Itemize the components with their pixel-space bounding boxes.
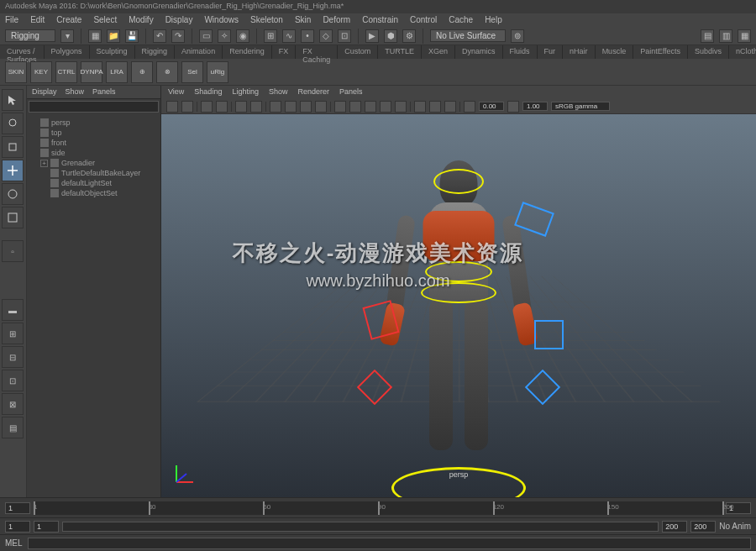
outliner-item-top[interactable]: top — [30, 128, 157, 138]
shelf-tab-fx[interactable]: FX — [272, 45, 297, 59]
menu-display[interactable]: Display — [165, 15, 193, 25]
layout-four-icon[interactable]: ⊞ — [2, 323, 24, 344]
shelf-item-⊕[interactable]: ⊕ — [131, 61, 153, 83]
shelf-tab-sculpting[interactable]: Sculpting — [90, 45, 135, 59]
menu-edit[interactable]: Edit — [30, 15, 45, 25]
shelf-tab-painteffects[interactable]: PaintEffects — [633, 45, 688, 59]
layout-outliner-icon[interactable]: ▤ — [2, 417, 24, 438]
vp-lights-icon[interactable] — [380, 101, 391, 113]
vp-grid-icon[interactable] — [270, 101, 281, 113]
paint-tool[interactable] — [2, 136, 24, 158]
menu-modify[interactable]: Modify — [129, 15, 153, 25]
shelf-tab-fxcaching[interactable]: FX Caching — [296, 45, 338, 59]
menu-skeleton[interactable]: Skeleton — [250, 15, 283, 25]
menu-create[interactable]: Create — [56, 15, 81, 25]
menu-deform[interactable]: Deform — [323, 15, 350, 25]
vp-menu-show[interactable]: Show — [269, 87, 288, 97]
command-input[interactable] — [28, 538, 751, 549]
shelf-item-lra[interactable]: LRA — [106, 61, 128, 83]
vp-resolution-gate-icon[interactable] — [300, 101, 312, 113]
vp-xray-icon[interactable] — [429, 101, 441, 113]
menu-control[interactable]: Control — [410, 15, 437, 25]
menu-constrain[interactable]: Constrain — [362, 15, 398, 25]
outliner-item-turtledefaultbakelayer[interactable]: TurtleDefaultBakeLayer — [30, 168, 157, 178]
layout-three-icon[interactable]: ⊠ — [2, 393, 24, 415]
range-start-outer[interactable]: 1 — [5, 521, 30, 533]
undo-icon[interactable]: ↶ — [153, 29, 166, 43]
vp-menu-view[interactable]: View — [168, 87, 184, 97]
snap-curve-icon[interactable]: ∿ — [282, 29, 296, 43]
outliner-item-persp[interactable]: persp — [30, 118, 157, 128]
outliner-item-defaultlightset[interactable]: defaultLightSet — [30, 178, 157, 188]
vp-2d-zoom-icon[interactable] — [235, 101, 247, 113]
vp-menu-panels[interactable]: Panels — [339, 87, 363, 97]
snap-surface-icon[interactable]: ⊡ — [338, 29, 351, 43]
shelf-tab-nhair[interactable]: nHair — [563, 45, 596, 59]
layout-single-icon[interactable]: ▬ — [2, 299, 24, 321]
cmd-lang-label[interactable]: MEL — [5, 538, 23, 548]
gamma-value[interactable]: 1.00 — [522, 102, 548, 111]
menu-file[interactable]: File — [5, 15, 18, 25]
save-scene-icon[interactable]: 💾 — [125, 29, 139, 43]
menu-windows[interactable]: Windows — [204, 15, 239, 25]
vp-xray-joints-icon[interactable] — [444, 101, 456, 113]
exposure-value[interactable]: 0.00 — [479, 102, 504, 111]
shelf-tab-subdivs[interactable]: Subdivs — [688, 45, 729, 59]
snap-grid-icon[interactable]: ⊞ — [264, 29, 277, 43]
vp-grease-icon[interactable] — [250, 101, 262, 113]
outliner-item-grenadier[interactable]: +Grenadier — [30, 158, 157, 168]
layout-two-v-icon[interactable]: ⊡ — [2, 370, 24, 391]
vp-exposure-icon[interactable] — [464, 101, 475, 113]
shelf-tab-fluids[interactable]: Fluids — [503, 45, 538, 59]
lasso-tool[interactable] — [2, 113, 24, 134]
shelf-item-urig[interactable]: uRig — [207, 61, 228, 83]
shelf-tab-turtle[interactable]: TURTLE — [378, 45, 422, 59]
scale-tool[interactable] — [2, 207, 24, 228]
menu-select[interactable]: Select — [93, 15, 117, 25]
shelf-tab-polygons[interactable]: Polygons — [45, 45, 90, 59]
vp-gate-mask-icon[interactable] — [315, 101, 327, 113]
menu-cache[interactable]: Cache — [449, 15, 473, 25]
vp-bookmark-icon[interactable] — [201, 101, 213, 113]
shelf-item-dynpa[interactable]: DYNPA — [81, 61, 102, 83]
time-slider[interactable]: 1 1306090120150200 1 — [0, 497, 756, 517]
module-selector[interactable]: Rigging — [5, 29, 55, 42]
render-icon[interactable]: ⬢ — [384, 29, 397, 43]
last-tool[interactable]: ▫ — [2, 240, 24, 262]
shelf-tab-curvessurfaces[interactable]: Curves / Surfaces — [0, 45, 45, 59]
outliner-menu-display[interactable]: Display — [32, 87, 57, 97]
colorspace-dropdown[interactable]: sRGB gamma — [551, 102, 610, 111]
redo-icon[interactable]: ↷ — [171, 29, 185, 43]
new-scene-icon[interactable]: ▦ — [88, 29, 102, 43]
vp-isolate-icon[interactable] — [414, 101, 426, 113]
vp-select-camera-icon[interactable] — [166, 101, 178, 113]
shelf-tab-xgen[interactable]: XGen — [422, 45, 455, 59]
shelf-item-⊗[interactable]: ⊗ — [156, 61, 178, 83]
snap-plane-icon[interactable]: ◇ — [319, 29, 333, 43]
live-surface-field[interactable]: No Live Surface — [430, 29, 506, 42]
open-scene-icon[interactable]: 📁 — [107, 29, 120, 43]
move-tool[interactable] — [2, 160, 24, 181]
outliner-item-defaultobjectset[interactable]: defaultObjectSet — [30, 188, 157, 198]
outliner-menu-show[interactable]: Show — [66, 87, 85, 97]
shelf-tab-ncloth[interactable]: nCloth — [729, 45, 756, 59]
vp-menu-renderer[interactable]: Renderer — [297, 87, 329, 97]
vp-lock-camera-icon[interactable] — [181, 101, 193, 113]
range-start-inner[interactable]: 1 — [34, 521, 59, 533]
shelf-tab-muscle[interactable]: Muscle — [596, 45, 634, 59]
time-slider-track[interactable]: 1306090120150200 — [34, 501, 722, 515]
magnet-icon[interactable]: ⊚ — [511, 29, 524, 43]
outliner-tree[interactable]: persptopfrontside+GrenadierTurtleDefault… — [27, 114, 160, 497]
shelf-tab-rendering[interactable]: Rendering — [223, 45, 272, 59]
vp-textured-icon[interactable] — [365, 101, 376, 113]
toggle-channel-icon[interactable]: ▤ — [701, 29, 714, 43]
shelf-item-ctrl[interactable]: CTRL — [55, 61, 77, 83]
shelf-tab-custom[interactable]: Custom — [338, 45, 378, 59]
shelf-item-skin[interactable]: SKIN — [5, 61, 27, 83]
vp-smooth-shade-icon[interactable] — [349, 101, 361, 113]
vp-gamma-icon[interactable] — [507, 101, 519, 113]
vp-film-gate-icon[interactable] — [285, 101, 297, 113]
range-end-inner[interactable]: 200 — [662, 521, 687, 533]
shelf-tab-animation[interactable]: Animation — [175, 45, 223, 59]
shelf-tab-rigging[interactable]: Rigging — [135, 45, 176, 59]
